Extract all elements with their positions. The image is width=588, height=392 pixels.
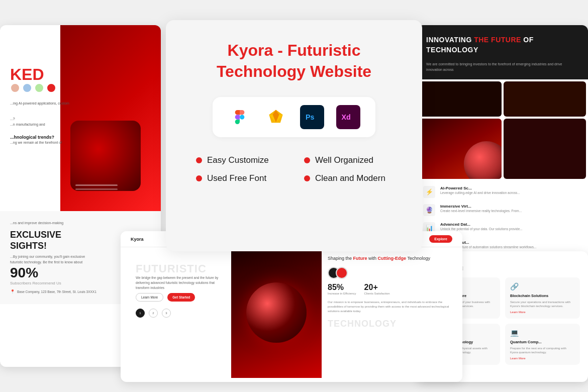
preview-mission: Our mission is to empower businesses, en…	[328, 300, 456, 314]
svg-text:Xd: Xd	[341, 113, 350, 121]
preview-buttons: Learn More Get Started	[136, 293, 223, 302]
preview-right-section: Shaping the Future with Cutting-Edge Tec…	[322, 247, 462, 378]
bullet-dot	[196, 175, 202, 181]
right-small-text: We are committed to bringing investors t…	[426, 62, 579, 72]
blockchain-link[interactable]: Learn More	[510, 311, 575, 314]
preview-stats: 85% Increase in Efficiency 20+ Clients S…	[328, 283, 456, 295]
ai-desc: Leverage cutting-edge AI and drive innov…	[440, 190, 520, 195]
blockchain-title: Blockchain Solutions	[510, 293, 575, 298]
right-image-grid	[419, 81, 586, 179]
features-grid: Easy Customize Well Organized Used Free …	[186, 155, 402, 183]
feature-label: Well Organized	[315, 155, 373, 165]
stat-clients: 20+	[364, 283, 390, 292]
quantum-title: Quantum Comp...	[510, 340, 575, 344]
vr-title: Immersive Virt...	[440, 204, 522, 209]
photoshop-icon: Ps	[300, 105, 324, 129]
quantum-desc: Prepare for the next era of computing wi…	[510, 346, 575, 355]
grid-item-dark2	[504, 81, 586, 117]
preview-hero-image	[231, 247, 322, 378]
avatar	[10, 83, 20, 93]
sketch-icon	[264, 105, 288, 129]
feature-item-4: Clean and Modern	[304, 173, 392, 183]
ked-label: KED	[10, 65, 44, 84]
preview-body: FUTURISTIC We bridge the gap between the…	[121, 247, 462, 378]
vr-desc: Create next-level immersive reality tech…	[440, 209, 522, 213]
ai-title: AI-Powered Sc...	[440, 186, 520, 190]
stat-clients-label: Clients Satisfaction	[364, 292, 390, 295]
promo-title: Kyora - Futuristic Technology Website	[217, 40, 371, 82]
right-feature-vr: 🔮 Immersive Virt... Create next-level im…	[423, 204, 582, 216]
address-text: Base Company, 123 Base, 7th Street, St. …	[17, 290, 96, 293]
figma-icon	[228, 105, 252, 129]
grid-item-medium	[504, 119, 586, 179]
vr-icon: 🔮	[423, 204, 435, 216]
quantum-icon: 💻	[510, 329, 575, 337]
right-feature-ai: ⚡ AI-Powered Sc... Leverage cutting-edge…	[423, 186, 582, 198]
hero-sphere	[246, 282, 307, 343]
address-icon: 📍	[10, 289, 15, 294]
quantum-item: 💻 Quantum Comp... Prepare for the next e…	[505, 324, 580, 365]
feature-item-2: Well Organized	[304, 155, 392, 165]
page-dot-2[interactable]: 2	[149, 309, 158, 318]
grid-item-red	[419, 119, 502, 179]
feature-item-1: Easy Customize	[196, 155, 284, 165]
center-promo-card: Kyora - Futuristic Technology Website	[166, 20, 422, 251]
data-desc: Unlock the potential of your data. Our s…	[440, 227, 523, 231]
get-started-button[interactable]: Get Started	[167, 293, 195, 302]
right-heading: INNOVATING THE FUTURE OFTECHNOLOGY	[426, 35, 579, 55]
avatar-red	[46, 83, 56, 93]
avatar	[34, 83, 44, 93]
feature-label: Used Free Font	[207, 173, 266, 183]
preview-pagination: 1 2 3	[136, 309, 223, 318]
blockchain-item: 🔗 Blockchain Solutions Secure your opera…	[505, 277, 580, 319]
ai-icon: ⚡	[423, 186, 435, 198]
explore-button[interactable]: Explore	[429, 235, 452, 243]
learn-more-button[interactable]: Learn More	[136, 293, 163, 302]
quantum-link[interactable]: Learn More	[510, 357, 575, 360]
page-dot-3[interactable]: 3	[162, 309, 171, 318]
bullet-dot	[304, 157, 310, 163]
left-text-1: ...ing AI-powered applications, custom	[10, 101, 156, 106]
tools-row: Ps Xd	[213, 97, 375, 137]
bullet-dot	[196, 157, 202, 163]
preview-left-section: FUTURISTIC We bridge the gap between the…	[121, 247, 231, 378]
preview-logo: Kyora	[131, 237, 144, 242]
website-preview-card: Kyora Home About Services Contact Page E…	[121, 231, 462, 382]
grid-item-dark	[419, 81, 502, 117]
avatar-group	[10, 83, 56, 93]
avatar	[22, 83, 32, 93]
stat-efficiency-label: Increase in Efficiency	[328, 292, 356, 295]
feature-label: Easy Customize	[207, 155, 269, 165]
svg-text:Ps: Ps	[306, 113, 315, 121]
blockchain-desc: Secure your operations and transactions …	[510, 300, 575, 309]
data-title: Advanced Dat...	[440, 222, 523, 227]
feature-label: Clean and Modern	[315, 173, 385, 183]
right-copy: Shaping the Future with Cutting-Edge Tec…	[328, 255, 456, 262]
stat-efficiency: 85%	[328, 283, 356, 292]
adobexd-icon: Xd	[336, 105, 360, 129]
bullet-dot	[304, 175, 310, 181]
left-bottom-text: ...ns and improve decision-making	[10, 221, 151, 225]
preview-sub-text: We bridge the gap between the present an…	[136, 275, 223, 290]
feature-item-3: Used Free Font	[196, 173, 284, 183]
preview-hero-title: FUTURISTIC	[136, 262, 223, 275]
blockchain-icon: 🔗	[510, 282, 575, 290]
page-dot-1[interactable]: 1	[136, 309, 145, 318]
preview-bottom-word: TECHNOLOGY	[328, 319, 456, 329]
